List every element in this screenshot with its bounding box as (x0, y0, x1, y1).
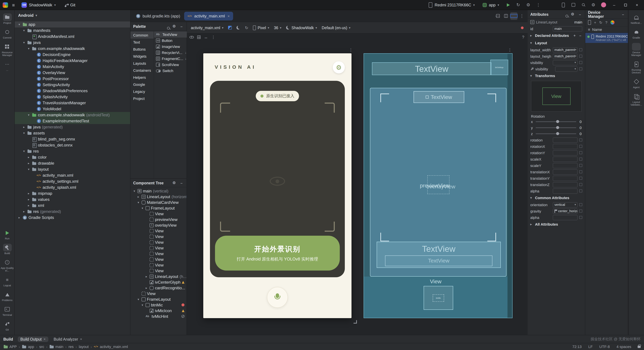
design-view-kebab-icon[interactable]: ⋮ (349, 48, 353, 52)
breadcrumb-main[interactable]: main (49, 344, 64, 349)
locale-selector[interactable]: Default (en-us) ▾ (322, 26, 350, 30)
orientation-icon[interactable]: ↻ (245, 25, 248, 30)
bp-result-sub-textview[interactable]: TextView (385, 256, 492, 266)
palette-item-recyclervi[interactable]: RecyclerVi...↓ (154, 50, 188, 56)
attributes-hide-icon[interactable]: – (578, 12, 582, 16)
tree-item-settingsactivity[interactable]: SettingsActivity (15, 82, 130, 88)
api-level-selector[interactable]: 36 ▾ (274, 26, 282, 30)
palette-category-legacy[interactable]: Legacy (130, 88, 154, 95)
stripe-item-problems[interactable]: Problems (0, 289, 14, 303)
tree-item-assets[interactable]: ▾assets (15, 130, 130, 136)
pick-resource-icon[interactable] (579, 55, 582, 58)
camera-card[interactable]: 原生识别已接入 开始外景识别 打开 Android 原生相机与 YOLOv8 实… (210, 81, 345, 277)
tree-item-app[interactable]: ▾app (15, 21, 130, 27)
device-mirror-icon[interactable] (560, 1, 567, 8)
tree-item-xml[interactable]: ▸xml (15, 203, 130, 209)
component-tree-item-previewview[interactable]: previewView (130, 217, 186, 222)
tree-item-java[interactable]: ▸java(generated) (15, 124, 130, 130)
palette-category-helpers[interactable]: Helpers (130, 74, 154, 81)
project-view-selector[interactable]: Android ▾ (15, 10, 130, 21)
git-menu[interactable]: Git (61, 1, 78, 8)
add-icon[interactable]: + (594, 20, 596, 24)
attribute-value-input[interactable] (553, 137, 578, 143)
design-view-toggle[interactable] (510, 12, 518, 20)
attribute-value-dropdown[interactable]: ▾ (555, 66, 578, 72)
component-tree-item-view[interactable]: View (130, 268, 186, 274)
bp-mic-frame[interactable]: btnMic (424, 286, 453, 310)
run-button[interactable] (504, 1, 512, 8)
palette-item-scrollview[interactable]: ScrollView (154, 62, 188, 68)
pick-resource-icon[interactable] (579, 210, 582, 213)
breadcrumb-app[interactable]: APP (3, 344, 17, 349)
stripe-item-project[interactable]: Project (0, 12, 14, 26)
close-tab-icon[interactable]: × (44, 337, 46, 341)
file-encoding[interactable]: UTF-8 (597, 345, 612, 349)
id-input[interactable]: main (553, 26, 582, 31)
pick-resource-icon[interactable] (579, 203, 582, 206)
all-attributes-section[interactable]: ▸ All Attributes (528, 221, 585, 228)
layout-inspector-icon[interactable] (570, 1, 577, 8)
night-mode-icon[interactable] (236, 26, 240, 29)
component-tree-item-view[interactable]: View (130, 257, 186, 262)
account-avatar[interactable] (600, 1, 607, 8)
palette-category-project[interactable]: Project (130, 95, 154, 102)
component-tree-item-view[interactable]: View (130, 239, 186, 245)
pick-resource-icon[interactable] (579, 151, 582, 154)
remove-attribute-button[interactable]: – (578, 33, 582, 37)
component-tree-hide-icon[interactable]: – (179, 181, 184, 185)
palette-item-fragmentc[interactable]: FragmentC...↓ (154, 56, 188, 62)
layout-section[interactable]: ▾ Layout (528, 39, 585, 47)
view-options-eye-icon[interactable] (190, 36, 194, 38)
stripe-item-notificat[interactable]: Notificat... (630, 12, 643, 26)
palette-category-common[interactable]: Common (130, 31, 154, 38)
attributes-settings-icon[interactable]: ⚙ (570, 12, 575, 16)
close-tab-icon[interactable]: × (228, 14, 230, 18)
tree-item-drawable[interactable]: ▸drawable (15, 160, 130, 166)
settings-gear-icon[interactable]: ⚙ (524, 1, 532, 8)
tree-item-values[interactable]: ▸values (15, 196, 130, 203)
attribute-value-input[interactable] (553, 215, 578, 220)
blueprint-view[interactable]: TextView btnSettings (364, 53, 512, 318)
tree-item-postprocessor[interactable]: PostProcessor (15, 76, 130, 82)
device-row[interactable]: Redmi 23117RK66C Android 12L ("Sv2") | x… (585, 33, 628, 43)
tree-item-decisionengine[interactable]: DecisionEngine (15, 52, 130, 58)
tree-item-blind-path-seg-onnx[interactable]: blind_path_seg.onnx (15, 136, 130, 142)
component-tree-item-materialcardview[interactable]: ▾MaterialCardView (130, 199, 186, 205)
bp-bottom-bar[interactable]: View btnMic (364, 277, 508, 318)
tree-caret-icon[interactable]: ▸ (136, 195, 140, 198)
slider-thumb[interactable] (556, 132, 559, 135)
tree-item-mainactivity[interactable]: MainActivity (15, 64, 130, 70)
attribute-value-dropdown[interactable]: match_parent▾ (553, 53, 578, 59)
tree-caret-icon[interactable]: ▾ (22, 41, 26, 44)
component-tree-item-linearlayout[interactable]: ▸LinearLayout(h... (130, 274, 186, 279)
component-tree-item-ivmicicon[interactable]: ivMicIcon (130, 308, 186, 314)
breadcrumb-src[interactable]: src (39, 345, 44, 349)
component-tree-item-cardrecognitio[interactable]: ▸cardRecognitio... (130, 285, 186, 291)
close-tab-icon[interactable]: × (80, 337, 82, 341)
pick-resource-icon[interactable] (579, 183, 582, 186)
add-device-icon[interactable] (588, 20, 591, 25)
pick-resource-icon[interactable] (579, 216, 582, 219)
blueprint-view-kebab-icon[interactable]: ⋮ (508, 48, 512, 52)
slider-thumb[interactable] (556, 126, 559, 129)
pick-resource-icon[interactable] (579, 189, 582, 192)
tree-item-mipmap[interactable]: ▸mipmap (15, 190, 130, 196)
start-detection-button[interactable]: 开始外景识别 打开 Android 原生相机与 YOLOv8 实时推理 (215, 236, 340, 271)
tree-caret-icon[interactable]: ▾ (22, 131, 26, 135)
editor-tab-build-gradle-kts-app[interactable]: build.gradle.kts (app) (132, 11, 184, 20)
stripe-item-running-devices[interactable]: Running Devices (630, 59, 643, 76)
breadcrumb-layout[interactable]: layout (79, 345, 89, 349)
component-tree-item-framelayout[interactable]: ▾FrameLayout (130, 296, 186, 302)
tree-caret-icon[interactable]: ▸ (27, 192, 30, 195)
breadcrumb-activity-main-xml[interactable]: activity_main.xml (94, 344, 128, 349)
canvas-kebab-icon[interactable]: ⋮ (211, 35, 215, 39)
attribute-value-dropdown[interactable]: ▾ (553, 60, 578, 65)
palette-category-containers[interactable]: Containers (130, 67, 154, 74)
component-tree-item-view[interactable]: View (130, 245, 186, 251)
component-tree-item-linearlayout[interactable]: ▸LinearLayout(horizontal) (130, 194, 186, 199)
breadcrumb-app[interactable]: app (22, 344, 34, 349)
tree-item-activity-settings-xml[interactable]: activity_settings.xml (15, 178, 130, 184)
pick-resource-icon[interactable] (579, 48, 582, 51)
transforms-section[interactable]: ▾ Transforms (528, 72, 585, 79)
palette-category-buttons[interactable]: Buttons (130, 46, 154, 53)
